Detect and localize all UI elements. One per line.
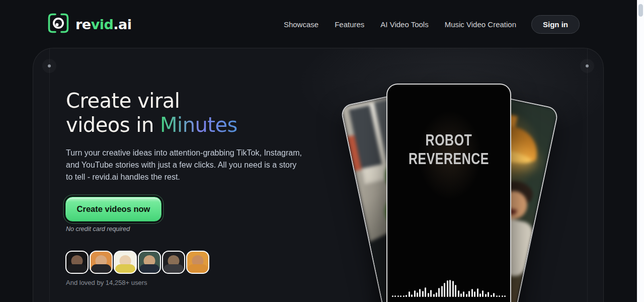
- avatar: [186, 251, 209, 274]
- waveform-bar: [419, 289, 421, 297]
- sign-in-button[interactable]: Sign in: [531, 15, 580, 34]
- waveform-bar: [482, 290, 484, 297]
- nav-links: Showcase Features AI Video Tools Music V…: [284, 20, 516, 29]
- avatar-body: [67, 264, 87, 274]
- waveform-bar: [433, 294, 435, 297]
- avatar-body: [91, 264, 111, 274]
- waveform-bar: [468, 291, 470, 297]
- waveform-bar: [394, 295, 396, 297]
- waveform-bar: [477, 288, 478, 297]
- nav-link-ai-video-tools[interactable]: AI Video Tools: [380, 20, 428, 29]
- avatar: [162, 251, 185, 274]
- waveform-bar: [444, 283, 445, 297]
- waveform-bar: [466, 294, 467, 297]
- brand-name: revid.ai: [75, 17, 132, 32]
- waveform-bar: [422, 291, 424, 297]
- waveform-bar: [409, 291, 410, 297]
- waveform-bar: [493, 293, 495, 297]
- nav-link-features[interactable]: Features: [335, 20, 364, 29]
- scrollbar-track[interactable]: [637, 0, 644, 302]
- waveform-bar: [485, 294, 487, 297]
- waveform-bar: [397, 295, 399, 297]
- create-videos-button[interactable]: Create videos now: [65, 197, 162, 221]
- waveform-bar: [502, 295, 503, 297]
- waveform-bar: [504, 295, 506, 297]
- waveform-bar: [488, 292, 489, 297]
- waveform-bar: [406, 295, 407, 297]
- waveform-bar: [474, 291, 475, 297]
- waveform-bar: [455, 285, 456, 297]
- waveform-bar: [425, 287, 426, 297]
- waveform-bar: [460, 293, 462, 297]
- waveform-bar: [438, 288, 440, 297]
- waveform-bar: [458, 290, 459, 297]
- waveform-bar: [499, 295, 500, 297]
- hero-description: Turn your creative ideas into attention-…: [66, 147, 302, 183]
- waveform-bar: [400, 295, 401, 297]
- waveform-bar: [449, 280, 451, 297]
- waveform-bar: [417, 292, 418, 297]
- audio-waveform: [392, 279, 506, 297]
- waveform-bar: [471, 289, 473, 297]
- waveform-bar: [428, 293, 429, 297]
- avatar: [65, 251, 89, 274]
- hero-section: Create viralvideos in Minutes Turn your …: [33, 48, 604, 302]
- robot-silhouette: [399, 95, 500, 246]
- page-title: Create viralvideos in Minutes: [66, 89, 317, 137]
- waveform-bar: [491, 295, 492, 297]
- scrollbar-thumb[interactable]: [638, 4, 643, 17]
- avatar-body: [188, 264, 208, 274]
- video-title: ROBOT REVERENCE: [387, 131, 510, 168]
- waveform-bar: [436, 292, 437, 297]
- avatar-body: [164, 264, 184, 274]
- nav-link-showcase[interactable]: Showcase: [284, 20, 318, 29]
- waveform-bar: [403, 295, 405, 297]
- waveform-bar: [447, 280, 448, 297]
- top-navigation: revid.ai Showcase Features AI Video Tool…: [0, 0, 637, 48]
- waveform-bar: [496, 295, 498, 297]
- brand-logo[interactable]: revid.ai: [47, 13, 132, 36]
- waveform-bar: [479, 293, 481, 297]
- user-avatar-row: [65, 251, 209, 274]
- cta-note: No credit card required: [66, 225, 130, 233]
- waveform-bar: [411, 294, 413, 297]
- avatar: [90, 251, 113, 274]
- waveform-bar: [392, 295, 393, 297]
- waveform-bar: [414, 290, 416, 297]
- nav-link-music-video-creation[interactable]: Music Video Creation: [445, 20, 516, 29]
- avatar-body: [139, 264, 159, 274]
- title-highlight: Minutes: [160, 113, 237, 136]
- social-proof-text: And loved by 14,258+ users: [66, 279, 147, 286]
- video-preview-center[interactable]: ROBOT REVERENCE: [386, 84, 511, 302]
- waveform-bar: [463, 291, 464, 297]
- waveform-bar: [441, 286, 443, 297]
- avatar: [114, 251, 137, 274]
- avatar: [138, 251, 161, 274]
- camera-viewfinder-icon: [47, 13, 70, 36]
- waveform-bar: [452, 281, 454, 297]
- waveform-bar: [430, 290, 432, 297]
- avatar-body: [115, 264, 135, 274]
